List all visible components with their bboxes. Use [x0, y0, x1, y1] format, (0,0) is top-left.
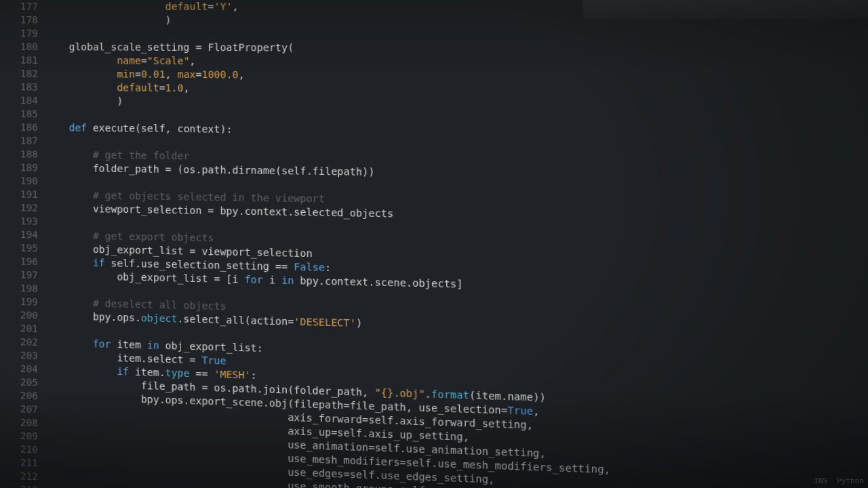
- token-plain: [45, 148, 92, 161]
- line-number: 198: [4, 281, 38, 296]
- token-kw: in: [281, 274, 294, 286]
- line-number: 178: [4, 14, 38, 27]
- line-number: 189: [4, 161, 38, 174]
- token-num: 0.01: [141, 68, 165, 80]
- token-num: 1.0: [165, 82, 184, 94]
- token-comm: # get export objects: [93, 230, 214, 243]
- token-bool: True: [507, 405, 533, 417]
- line-number: 187: [4, 134, 38, 148]
- token-str: 'Y': [214, 1, 232, 12]
- line-number: 185: [4, 107, 38, 121]
- token-kw: def: [69, 122, 87, 134]
- token-plain: [45, 54, 117, 66]
- token-arg: default: [117, 82, 159, 94]
- line-number: 211: [4, 455, 38, 470]
- token-plain: [45, 229, 92, 241]
- token-plain: ): [45, 95, 123, 107]
- token-plain: [45, 256, 92, 268]
- line-number: 193: [4, 214, 38, 228]
- line-number: 184: [4, 94, 38, 107]
- line-number: 208: [4, 415, 38, 430]
- token-plain: [45, 296, 92, 308]
- token-plain: [45, 81, 117, 93]
- line-number: 207: [4, 402, 38, 416]
- token-kw: if: [117, 365, 129, 377]
- token-plain: =: [141, 55, 147, 66]
- token-plain: (item.name)): [469, 389, 546, 403]
- token-comm: # deselect all objects: [93, 298, 226, 312]
- line-number: 212: [4, 469, 38, 484]
- token-plain: ): [356, 317, 362, 329]
- token-comm: # get the folder: [93, 149, 190, 162]
- token-plain: [45, 189, 92, 201]
- line-number-gutter: 1771781791801811821831841851861871881891…: [0, 0, 45, 488]
- token-arg: min: [117, 68, 135, 80]
- line-number: 200: [4, 308, 38, 323]
- line-number: 179: [4, 27, 38, 41]
- code-area[interactable]: default='Y', ) global_scale_setting = Fl…: [45, 0, 868, 488]
- line-number: 190: [4, 174, 38, 188]
- token-kw: for: [245, 274, 263, 286]
- line-number: 201: [4, 321, 38, 336]
- line-number: 205: [4, 375, 38, 389]
- code-line[interactable]: ): [45, 14, 868, 29]
- line-number: 191: [4, 188, 38, 202]
- line-number: 192: [4, 201, 38, 215]
- status-mode: INS: [814, 476, 827, 485]
- line-number: 196: [4, 255, 38, 269]
- token-plain: .: [425, 388, 431, 400]
- line-number: 186: [4, 121, 38, 134]
- code-line[interactable]: default='Y',: [45, 0, 868, 14]
- token-num: 1000.0: [201, 68, 238, 80]
- line-number: 195: [4, 241, 38, 256]
- line-number: 203: [4, 348, 38, 363]
- line-number: 194: [4, 228, 38, 242]
- token-attr: format: [431, 388, 469, 401]
- line-number: 209: [4, 429, 38, 443]
- line-number: 202: [4, 335, 38, 349]
- token-plain: execute(self, context):: [87, 122, 232, 135]
- line-number: 213: [4, 483, 38, 488]
- token-plain: [45, 122, 68, 134]
- token-plain: bpy.context.scene.objects]: [294, 274, 462, 289]
- token-plain: [45, 1, 165, 12]
- token-plain: ): [45, 14, 171, 26]
- line-number: 197: [4, 268, 38, 282]
- token-str: "Scale": [147, 55, 190, 66]
- token-plain: [45, 337, 92, 350]
- token-plain: ,: [533, 405, 539, 418]
- token-arg: name: [117, 55, 141, 66]
- token-plain: item.: [129, 366, 165, 378]
- line-number: 206: [4, 388, 38, 403]
- token-plain: =: [159, 82, 165, 94]
- token-plain: ,: [190, 55, 196, 66]
- token-plain: .select_all(action=: [178, 313, 294, 327]
- token-plain: ,: [165, 68, 178, 80]
- token-plain: ==: [189, 367, 214, 380]
- token-plain: obj_export_list = [i: [45, 270, 244, 285]
- line-number: 183: [4, 81, 38, 94]
- line-number: 204: [4, 362, 38, 376]
- token-attr: object: [141, 312, 178, 324]
- token-str: 'DESELECT': [294, 316, 356, 329]
- token-plain: item: [111, 338, 147, 350]
- line-number: 199: [4, 295, 38, 309]
- token-plain: [45, 68, 117, 79]
- token-plain: ,: [184, 82, 190, 94]
- line-number: 180: [4, 40, 38, 54]
- token-plain: obj_export_list:: [159, 340, 263, 354]
- token-plain: bpy.ops.: [45, 310, 141, 323]
- token-plain: =: [195, 68, 201, 80]
- token-str: 'MESH': [214, 368, 250, 380]
- token-plain: global_scale_setting = FloatProperty(: [45, 41, 294, 54]
- code-editor[interactable]: 1771781791801811821831841851861871881891…: [0, 0, 868, 488]
- token-attr: type: [165, 367, 190, 379]
- status-bar: INS Python: [814, 476, 864, 485]
- token-plain: ,: [233, 1, 239, 12]
- line-number: 188: [4, 147, 38, 161]
- token-plain: folder_path = (os.path.dirname(self.file…: [45, 162, 374, 178]
- token-plain: [45, 363, 117, 377]
- token-plain: :: [325, 262, 331, 273]
- token-bool: False: [294, 261, 325, 273]
- token-plain: =: [208, 1, 214, 12]
